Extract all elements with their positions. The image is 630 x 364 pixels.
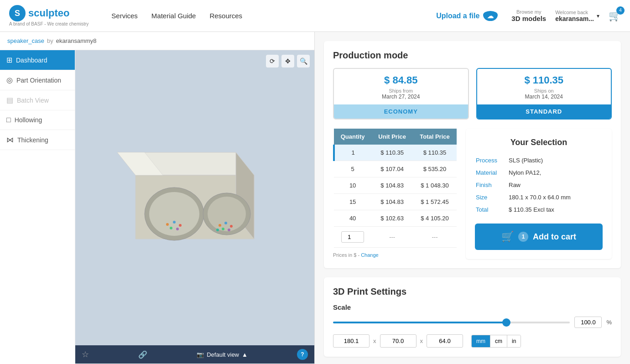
print-settings-title: 3D Print Settings [333,286,612,297]
breadcrumb-by: by [47,37,53,44]
dimension-x-input[interactable] [333,334,370,348]
selection-row-process: Process SLS (Plastic) [476,155,602,166]
unit-mm-button[interactable]: mm [472,335,490,347]
models-label: 3D models [511,15,546,22]
browse-label: Browse my [511,9,546,15]
unit-price-cell: $ 102.63 [371,210,413,227]
table-row[interactable]: 10 $ 104.83 $ 1 048.30 [334,177,457,194]
add-to-cart-label: Add to cart [533,232,576,242]
svg-point-19 [176,228,179,230]
header-right: Browse my 3D models Welcome back ekarans… [511,9,621,22]
nav-material-guide[interactable]: Material Guide [151,12,196,20]
svg-point-17 [179,224,182,227]
part-orientation-icon: ◎ [6,76,13,84]
right-panel: Production mode $ 84.85 Ships from March… [315,32,630,364]
production-mode-section: Production mode $ 84.85 Ships from March… [324,41,621,268]
table-row[interactable]: 1 $ 110.35 $ 110.35 [334,145,457,161]
total-price-cell: $ 1 572.45 [413,194,457,210]
svg-point-6 [208,197,246,231]
thickening-icon: ⋈ [6,135,14,144]
sidebar-label-batch-view: Batch View [17,97,49,104]
sidebar-item-thickening[interactable]: ⋈ Thickening [0,130,75,150]
sidebar-item-part-orientation[interactable]: ◎ Part Orientation [0,70,75,90]
dashboard-icon: ⊞ [6,56,12,64]
change-currency-link[interactable]: Change [361,252,379,258]
svg-point-16 [173,221,176,224]
chevron-up-icon: ▲ [242,351,248,358]
browse-3d-models[interactable]: Browse my 3D models [511,9,546,22]
nav-resources[interactable]: Resources [209,12,242,20]
unit-price-cell: $ 110.35 [371,145,413,161]
x-separator: x [373,338,376,344]
unit-cm-button[interactable]: cm [490,335,507,347]
svg-point-18 [170,227,172,229]
scale-slider[interactable] [333,322,570,323]
selection-table: Process SLS (Plastic) Material Nylon PA1… [475,154,603,216]
selection-row-size: Size 180.1 x 70.0 x 64.0 mm [476,192,602,203]
main-layout: speaker_case by ekaransammy8 ⊞ Dashboard… [0,32,630,364]
quantity-table: Quantity Unit Price Total Price 1 $ 110.… [333,129,457,248]
economy-price: $ 84.85 [334,69,468,88]
your-selection-col: Your Selection Process SLS (Plastic) Mat… [466,129,612,259]
table-row[interactable]: 40 $ 102.63 $ 4 105.20 [334,210,457,227]
scale-row: % [333,317,612,328]
logo-image[interactable]: S sculpteo [9,5,89,21]
upload-button[interactable]: Upload a file ☁ [436,11,498,21]
svg-point-10 [230,225,233,228]
pan-icon[interactable]: ✥ [281,55,294,68]
left-panel: speaker_case by ekaransammy8 ⊞ Dashboard… [0,32,315,364]
cart-icon: 🛒 [501,231,514,243]
col-total-price: Total Price [413,129,457,145]
view-dropdown[interactable]: 📷 Default view ▲ [197,351,248,358]
standard-ships-label: Ships on [477,88,611,94]
zoom-icon[interactable]: 🔍 [297,55,310,68]
star-button[interactable]: ☆ [82,349,89,359]
3d-model-svg [108,139,281,276]
economy-ships-date: March 27, 2024 [334,94,468,104]
standard-price: $ 110.35 [477,69,611,88]
pricing-cards: $ 84.85 Ships from March 27, 2024 ECONOM… [333,68,612,120]
custom-qty-input[interactable] [341,231,364,243]
sidebar-label-thickening: Thickening [17,136,48,144]
sidebar-item-batch-view: ▤ Batch View [0,90,75,110]
breadcrumb-filename[interactable]: speaker_case [7,37,44,44]
welcome-label: Welcome back [555,10,594,15]
svg-point-11 [222,228,224,230]
selection-row-finish: Finish Raw [476,179,602,191]
3d-viewport[interactable]: ⟳ ✥ 🔍 [75,50,314,364]
qty-cell: 5 [334,161,371,177]
scale-value-input[interactable] [574,317,602,328]
unit-buttons: mm cm in [471,335,521,348]
cart-button[interactable]: 🛒 4 [609,10,621,22]
table-row[interactable]: 15 $ 104.83 $ 1 572.45 [334,194,457,210]
custom-quantity-row[interactable]: --- --- [334,227,457,248]
link-button[interactable]: 🔗 [138,350,147,359]
selection-row-total: Total $ 110.35 Excl tax [476,204,602,215]
nav-services[interactable]: Services [111,12,138,20]
dimension-y-input[interactable] [380,334,417,348]
sidebar-item-dashboard[interactable]: ⊞ Dashboard [0,50,75,70]
cloud-icon: ☁ [483,11,498,21]
total-price-cell: $ 110.35 [413,145,457,161]
user-menu[interactable]: Welcome back ekaransam... ▾ [555,10,599,22]
svg-point-13 [216,229,219,231]
cart-badge: 4 [616,6,625,15]
unit-in-button[interactable]: in [507,335,521,347]
rotate-icon[interactable]: ⟳ [266,55,279,68]
standard-card[interactable]: $ 110.35 Ships on March 14, 2024 STANDAR… [476,68,612,120]
col-unit-price: Unit Price [371,129,413,145]
viewer-container: ⊞ Dashboard ◎ Part Orientation ▤ Batch V… [0,50,314,364]
chevron-down-icon: ▾ [597,13,599,19]
table-row[interactable]: 5 $ 107.04 $ 535.20 [334,161,457,177]
dimension-row: x x mm cm in [333,334,612,348]
logo-letter: S [15,9,20,18]
dimension-z-input[interactable] [427,334,463,348]
scale-percent-label: % [606,319,612,326]
print-settings-section: 3D Print Settings Scale % x x mm cm in [324,277,621,357]
sidebar-item-hollowing[interactable]: □ Hollowing [0,110,75,130]
add-to-cart-button[interactable]: 🛒 1 Add to cart [475,224,603,250]
economy-card[interactable]: $ 84.85 Ships from March 27, 2024 ECONOM… [333,68,469,120]
help-button[interactable]: ? [297,349,308,360]
size-label: Size [476,192,508,203]
finish-label: Finish [476,179,508,191]
